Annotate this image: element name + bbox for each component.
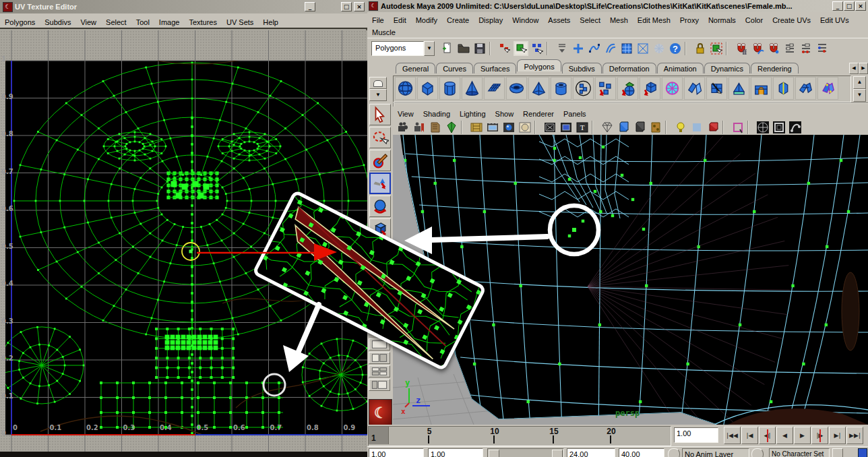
select-misc-icon[interactable]: ?: [668, 41, 683, 56]
shelf-menu-button[interactable]: [369, 77, 387, 89]
select-tool[interactable]: [369, 104, 391, 125]
maya-menu-file[interactable]: File: [367, 16, 389, 25]
panel-menu-lighting[interactable]: Lighting: [455, 109, 491, 119]
open-scene-icon[interactable]: [456, 41, 471, 56]
shelf-tab-rendering[interactable]: Rendering: [751, 63, 799, 73]
lights-icon[interactable]: [673, 120, 688, 135]
uv-menu-tool[interactable]: Tool: [131, 18, 154, 27]
render-flags-icon[interactable]: [815, 41, 830, 56]
go-to-start-button[interactable]: |◀◀: [724, 427, 741, 444]
uv-minimize-button[interactable]: _: [305, 2, 315, 11]
panel-menu-renderer[interactable]: Renderer: [518, 109, 559, 119]
uv-close-button[interactable]: ×: [354, 2, 365, 11]
resolution-gate-icon[interactable]: [485, 120, 500, 135]
input-operations-icon[interactable]: [782, 41, 797, 56]
uv-menu-uv-sets[interactable]: UV Sets: [222, 18, 258, 27]
uv-menu-select[interactable]: Select: [101, 18, 131, 27]
shelf-poly-torus-icon[interactable]: [506, 77, 527, 100]
maya-menu-window[interactable]: Window: [507, 16, 543, 25]
gate-mask-icon[interactable]: [501, 120, 516, 135]
ik-handle-icon[interactable]: [788, 120, 803, 135]
move-tool[interactable]: [369, 173, 391, 194]
shelf-scroll-up[interactable]: ▲: [853, 76, 866, 89]
shelf-poly-plane-icon[interactable]: [484, 77, 505, 100]
shelf-tab-scroll-left[interactable]: ◀: [849, 63, 859, 74]
shelf-menu-arrow-button[interactable]: ▼: [369, 89, 387, 101]
shelf-poly-pipe-icon[interactable]: [551, 77, 571, 100]
playback-end-field[interactable]: 24.00: [567, 448, 615, 457]
current-frame-cell[interactable]: 1: [369, 427, 389, 444]
isolate-frame-icon[interactable]: [772, 120, 786, 135]
character-set-menu-button[interactable]: [832, 448, 843, 457]
anim-layer-selector[interactable]: No Anim Layer: [682, 448, 749, 457]
panel-menu-panels[interactable]: Panels: [559, 109, 591, 119]
shelf-arch-face-icon[interactable]: [751, 77, 772, 100]
uv-menu-subdivs[interactable]: Subdivs: [40, 18, 75, 27]
maya-menu-normals[interactable]: Normals: [704, 16, 741, 25]
step-forward-key-button[interactable]: |▶: [811, 427, 828, 444]
shelf-poly-pyramid-icon[interactable]: [528, 77, 549, 100]
uv-menu-image[interactable]: Image: [154, 18, 185, 27]
step-back-key-button[interactable]: ◀|: [759, 427, 776, 444]
maya-close-button[interactable]: ×: [855, 1, 866, 11]
text-hud-icon[interactable]: T: [575, 120, 590, 135]
panel-menu-shading[interactable]: Shading: [418, 109, 455, 119]
shelf-wedge-face-icon[interactable]: [728, 77, 749, 100]
panel-menu-show[interactable]: Show: [491, 109, 519, 119]
camera-attributes-icon[interactable]: [396, 120, 410, 135]
maya-menu-create-uvs[interactable]: Create UVs: [768, 16, 815, 25]
maya-maximize-button[interactable]: □: [844, 1, 855, 11]
uv-maximize-button[interactable]: □: [341, 2, 352, 11]
shelf-poly-cylinder-icon[interactable]: [439, 77, 460, 100]
go-to-end-button[interactable]: ▶▶|: [846, 427, 863, 444]
timeline-track[interactable]: 1 5101520: [368, 426, 671, 446]
image-plane-icon[interactable]: [428, 120, 443, 135]
select-points-icon[interactable]: [571, 41, 586, 56]
shelf-tab-deformation[interactable]: Deformation: [602, 63, 656, 73]
maya-menu-edit[interactable]: Edit: [389, 16, 411, 25]
shelf-separate-icon[interactable]: [617, 77, 638, 100]
anim-end-field[interactable]: 40.00: [619, 448, 664, 457]
rotate-tool[interactable]: [369, 195, 391, 217]
maya-minimize-button[interactable]: _: [832, 1, 843, 11]
select-hierarchy-icon[interactable]: [497, 41, 512, 56]
snap-to-grids-icon[interactable]: [734, 41, 749, 56]
shelf-duplicate-face-icon[interactable]: [795, 77, 816, 100]
shelf-tab-surfaces[interactable]: Surfaces: [474, 63, 516, 73]
shelf-tab-animation[interactable]: Animation: [657, 63, 704, 73]
play-backwards-button[interactable]: ◀: [776, 427, 793, 444]
shelf-scroll-down[interactable]: ▼: [853, 89, 866, 102]
shelf-flip-uv-icon[interactable]: [817, 77, 838, 100]
lasso-tool[interactable]: [369, 127, 391, 148]
step-back-frame-button[interactable]: |◀: [741, 427, 758, 444]
uv-menu-polygons[interactable]: Polygons: [0, 18, 40, 27]
shelf-poly-cone-icon[interactable]: [462, 77, 483, 100]
maya-menu-mesh[interactable]: Mesh: [605, 16, 633, 25]
maya-menu-select[interactable]: Select: [575, 16, 605, 25]
lock-selection-icon[interactable]: [693, 41, 708, 56]
select-surfaces-icon[interactable]: [603, 41, 618, 56]
selection-mode-dropdown-arrow[interactable]: ▼: [424, 41, 435, 56]
shelf-tab-dynamics[interactable]: Dynamics: [704, 63, 750, 73]
maya-menu-edit-mesh[interactable]: Edit Mesh: [633, 16, 675, 25]
select-curves-icon[interactable]: [587, 41, 602, 56]
shelf-tab-curves[interactable]: Curves: [436, 63, 473, 73]
highlight-selection-icon[interactable]: [709, 41, 724, 56]
shelf-tab-general[interactable]: General: [396, 63, 435, 73]
shelf-quad-draw-icon[interactable]: [573, 77, 594, 100]
range-slider[interactable]: [487, 448, 564, 457]
character-set-selector[interactable]: No Character Set: [769, 448, 830, 457]
frame-selected-icon[interactable]: [731, 120, 745, 135]
shelf-extract-icon[interactable]: [640, 77, 660, 100]
range-slider-left-handle[interactable]: [489, 450, 499, 457]
wireframe-icon[interactable]: [600, 120, 615, 135]
quad-pane-layout-button[interactable]: [369, 365, 390, 377]
shadows-icon[interactable]: [689, 120, 704, 135]
maya-menu-muscle[interactable]: Muscle: [367, 28, 400, 37]
select-rendering-icon[interactable]: [652, 41, 666, 56]
anim-start-field[interactable]: 1.00: [369, 448, 424, 457]
uv-menu-view[interactable]: View: [75, 18, 101, 27]
playback-options-button[interactable]: [858, 448, 867, 457]
shelf-mirror-geometry-icon[interactable]: [684, 77, 705, 100]
maya-menu-create[interactable]: Create: [442, 16, 474, 25]
